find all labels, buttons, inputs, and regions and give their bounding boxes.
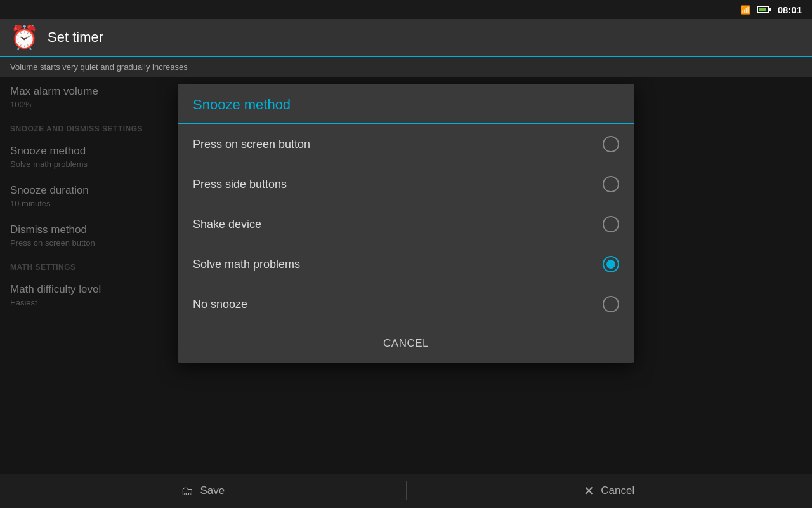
cancel-icon: ✕ bbox=[584, 483, 594, 498]
volume-description: Volume starts very quiet and gradually i… bbox=[0, 57, 812, 77]
dialog-header: Snooze method bbox=[178, 84, 634, 124]
option-no-snooze-label: No snooze bbox=[193, 298, 247, 311]
option-no-snooze-radio[interactable] bbox=[603, 296, 619, 312]
dialog-cancel-row: Cancel bbox=[178, 324, 634, 363]
option-no-snooze[interactable]: No snooze bbox=[178, 284, 634, 324]
save-icon: 🗂 bbox=[181, 484, 193, 498]
option-press-screen-radio[interactable] bbox=[603, 136, 619, 152]
save-label: Save bbox=[200, 485, 225, 497]
battery-icon bbox=[757, 6, 769, 13]
dialog-options-list: Press on screen button Press side button… bbox=[178, 124, 634, 324]
save-button[interactable]: 🗂 Save bbox=[0, 474, 406, 508]
dialog-cancel-button[interactable]: Cancel bbox=[370, 333, 442, 354]
option-shake-radio[interactable] bbox=[603, 216, 619, 232]
dialog-overlay: Snooze method Press on screen button Pre… bbox=[0, 77, 812, 475]
option-press-side-label: Press side buttons bbox=[193, 178, 287, 191]
option-shake-label: Shake device bbox=[193, 218, 261, 231]
option-solve-math[interactable]: Solve math problems bbox=[178, 244, 634, 284]
option-press-screen-label: Press on screen button bbox=[193, 138, 310, 151]
status-time: 08:01 bbox=[778, 4, 802, 15]
cancel-button[interactable]: ✕ Cancel bbox=[407, 474, 813, 508]
snooze-dialog: Snooze method Press on screen button Pre… bbox=[178, 84, 634, 363]
app-title: Set timer bbox=[48, 29, 103, 46]
app-icon: ⏰ bbox=[10, 24, 39, 51]
option-solve-math-label: Solve math problems bbox=[193, 258, 300, 271]
option-press-side[interactable]: Press side buttons bbox=[178, 164, 634, 204]
main-content: Max alarm volume 100% SNOOZE AND DISMISS… bbox=[0, 77, 812, 475]
status-bar: 📶 08:01 bbox=[0, 0, 812, 19]
wifi-icon: 📶 bbox=[740, 5, 750, 15]
app-header: ⏰ Set timer bbox=[0, 19, 812, 57]
option-press-side-radio[interactable] bbox=[603, 176, 619, 192]
option-solve-math-radio[interactable] bbox=[603, 256, 619, 272]
bottom-bar: 🗂 Save ✕ Cancel bbox=[0, 474, 812, 508]
dialog-title: Snooze method bbox=[193, 97, 291, 112]
option-press-screen[interactable]: Press on screen button bbox=[178, 124, 634, 164]
option-shake[interactable]: Shake device bbox=[178, 204, 634, 244]
cancel-label: Cancel bbox=[601, 485, 634, 497]
